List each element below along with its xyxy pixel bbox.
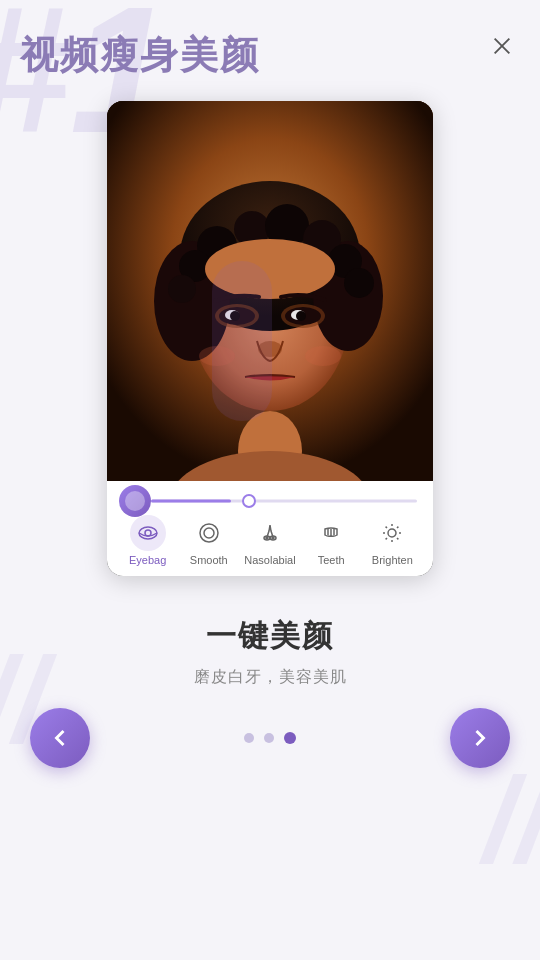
chevron-left-icon (46, 724, 74, 752)
nasolabial-label: Nasolabial (244, 554, 295, 566)
main-content: 一键美颜 磨皮白牙，美容美肌 (0, 616, 540, 688)
bg-slashes-right: // (483, 760, 540, 880)
progress-area (107, 489, 433, 513)
smooth-icon (197, 521, 221, 545)
svg-point-16 (344, 268, 374, 298)
tool-nasolabial[interactable]: Nasolabial (244, 515, 296, 566)
portrait-photo (107, 101, 433, 481)
tool-brighten[interactable]: Brighten (366, 515, 418, 566)
svg-point-15 (168, 275, 196, 303)
progress-track[interactable] (151, 500, 417, 503)
close-button[interactable] (484, 28, 520, 64)
svg-line-48 (397, 527, 398, 528)
svg-point-37 (272, 537, 274, 539)
svg-point-33 (204, 528, 214, 538)
svg-point-41 (388, 529, 396, 537)
prev-button[interactable] (30, 708, 90, 768)
main-subtitle: 磨皮白牙，美容美肌 (20, 667, 520, 688)
nasolabial-icon-wrap (252, 515, 288, 551)
brighten-icon-wrap (374, 515, 410, 551)
svg-line-49 (386, 538, 387, 539)
progress-handle[interactable] (242, 494, 256, 508)
dot-1[interactable] (244, 733, 254, 743)
navigation-row (0, 708, 540, 768)
dot-2[interactable] (264, 733, 274, 743)
svg-line-47 (397, 538, 398, 539)
tool-smooth[interactable]: Smooth (183, 515, 235, 566)
beauty-preview-card: Eyebag Smooth (107, 101, 433, 576)
svg-point-28 (305, 346, 341, 366)
portrait-svg (107, 101, 433, 481)
chevron-right-icon (466, 724, 494, 752)
dot-3-active[interactable] (284, 732, 296, 744)
header: 视频瘦身美颜 (0, 0, 540, 91)
card-toolbar: Eyebag Smooth (107, 481, 433, 576)
tool-eyebag[interactable]: Eyebag (122, 515, 174, 566)
progress-thumb-circle (119, 485, 151, 517)
close-icon (491, 35, 513, 57)
svg-point-32 (200, 524, 218, 542)
main-title: 一键美颜 (20, 616, 520, 657)
brighten-label: Brighten (372, 554, 413, 566)
smooth-icon-wrap (191, 515, 227, 551)
progress-thumb-inner (125, 491, 145, 511)
svg-rect-29 (212, 261, 272, 421)
teeth-label: Teeth (318, 554, 345, 566)
teeth-icon (319, 521, 343, 545)
svg-line-46 (386, 527, 387, 528)
teeth-icon-wrap (313, 515, 349, 551)
tool-teeth[interactable]: Teeth (305, 515, 357, 566)
dots-indicator (244, 732, 296, 744)
next-button[interactable] (450, 708, 510, 768)
progress-fill (151, 500, 231, 503)
eyebag-icon (136, 521, 160, 545)
eyebag-label: Eyebag (129, 554, 166, 566)
nasolabial-icon (258, 521, 282, 545)
tool-icons-row: Eyebag Smooth (107, 513, 433, 566)
eyebag-icon-wrap (130, 515, 166, 551)
svg-point-30 (139, 527, 157, 539)
brighten-icon (380, 521, 404, 545)
svg-point-36 (266, 537, 268, 539)
smooth-label: Smooth (190, 554, 228, 566)
header-title: 视频瘦身美颜 (20, 30, 260, 81)
svg-point-25 (296, 311, 306, 321)
